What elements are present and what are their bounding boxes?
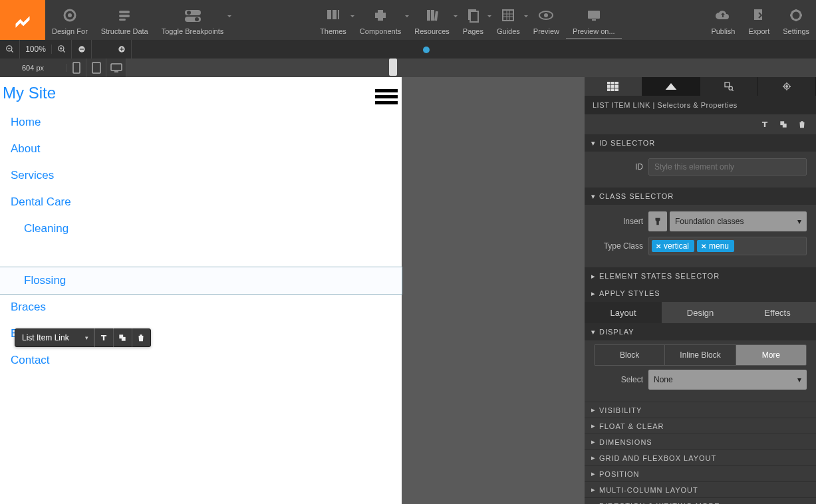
- display-block[interactable]: Block: [595, 345, 664, 365]
- breakpoint-marker[interactable]: [423, 47, 430, 53]
- section-element-states[interactable]: ▸ELEMENT STATES SELECTOR: [585, 267, 816, 285]
- inspector-tab-grid[interactable]: [585, 77, 642, 96]
- accord-float[interactable]: ▸FLOAT & CLEAR: [585, 418, 816, 434]
- nav-flossing[interactable]: Flossing: [0, 267, 402, 294]
- svg-rect-21: [592, 19, 596, 21]
- preview-on-button[interactable]: Preview on...: [566, 2, 622, 39]
- settings-button[interactable]: Settings: [776, 2, 816, 38]
- width-handle[interactable]: [389, 59, 397, 76]
- breakpoint-ruler[interactable]: [132, 40, 816, 59]
- text-style-icon[interactable]: [760, 120, 769, 129]
- app-logo[interactable]: [0, 0, 45, 40]
- section-id-selector[interactable]: ▾ID SELECTOR: [585, 134, 816, 152]
- device-tablet-button[interactable]: [86, 59, 106, 77]
- width-ruler[interactable]: [126, 59, 816, 77]
- nav-braces[interactable]: Braces: [0, 294, 402, 320]
- display-more[interactable]: More: [736, 345, 806, 365]
- type-class-chips[interactable]: ✕vertical ✕menu: [648, 237, 807, 255]
- nav-services[interactable]: Services: [0, 162, 402, 189]
- svg-rect-51: [783, 124, 787, 128]
- publish-button[interactable]: Publish: [704, 2, 742, 38]
- stack-icon: [116, 7, 132, 23]
- design-canvas[interactable]: My Site Home About Services Dental Care …: [0, 77, 402, 504]
- puzzle-icon: [372, 7, 388, 23]
- accord-direction[interactable]: ▸DIRECTION & WRITING MODE: [585, 497, 816, 504]
- tab-effects[interactable]: Effects: [739, 302, 816, 323]
- foundation-classes-select[interactable]: Foundation classes▾: [670, 211, 807, 231]
- device-phone-button[interactable]: [67, 59, 86, 77]
- section-display[interactable]: ▾DISPLAY: [585, 323, 816, 340]
- svg-rect-36: [122, 337, 126, 341]
- accord-multicol[interactable]: ▸MULTI-COLUMN LAYOUT: [585, 481, 816, 497]
- section-class-selector[interactable]: ▾CLASS SELECTOR: [585, 188, 816, 205]
- svg-point-19: [544, 13, 548, 17]
- svg-rect-43: [607, 88, 611, 91]
- nav-cleaning[interactable]: Cleaning: [0, 215, 402, 242]
- zoom-in-button[interactable]: [52, 40, 72, 59]
- chip-vertical[interactable]: ✕vertical: [652, 240, 694, 252]
- display-options: Block Inline Block More: [594, 344, 807, 366]
- display-select[interactable]: None▾: [648, 370, 807, 390]
- toggle-breakpoints-button[interactable]: Toggle Breakpoints: [155, 2, 231, 38]
- selected-element[interactable]: Flossing: [0, 267, 402, 294]
- nav-dental-care[interactable]: Dental Care: [0, 189, 402, 215]
- id-input[interactable]: [648, 158, 807, 176]
- mini-edit-text-button[interactable]: [94, 328, 113, 347]
- chip-menu[interactable]: ✕menu: [697, 240, 734, 252]
- section-apply-styles[interactable]: ▸APPLY STYLES: [585, 285, 816, 302]
- brush-icon: [325, 7, 341, 23]
- canvas-wrap: My Site Home About Services Dental Care …: [0, 77, 585, 504]
- mini-toolbar-label[interactable]: List Item Link: [15, 329, 94, 346]
- style-tabs: Layout Design Effects: [585, 302, 816, 323]
- structure-data-button[interactable]: Structure Data: [94, 2, 155, 38]
- svg-rect-40: [607, 85, 611, 88]
- guides-button[interactable]: Guides: [490, 2, 527, 38]
- accord-position[interactable]: ▸POSITION: [585, 465, 816, 481]
- nav-home[interactable]: Home: [0, 109, 402, 136]
- inspector-tab-inspect[interactable]: [700, 77, 758, 96]
- inspector-tab-settings[interactable]: [758, 77, 816, 96]
- svg-rect-31: [121, 47, 122, 51]
- inspector-tab-style[interactable]: [642, 77, 700, 96]
- svg-rect-37: [607, 82, 611, 84]
- insert-stamp-button[interactable]: [648, 211, 667, 231]
- components-button[interactable]: Components: [353, 2, 408, 38]
- svg-rect-20: [588, 11, 600, 19]
- themes-button[interactable]: Themes: [313, 2, 353, 38]
- nav-about[interactable]: About: [0, 136, 402, 162]
- chip-remove-icon[interactable]: ✕: [701, 243, 706, 250]
- duplicate-icon[interactable]: [779, 120, 788, 129]
- mini-duplicate-button[interactable]: [113, 328, 132, 347]
- zoom-value: 100%: [20, 45, 52, 54]
- zoom-fit-in-button[interactable]: [112, 40, 132, 59]
- resources-label: Resources: [414, 27, 450, 35]
- svg-point-24: [795, 14, 797, 17]
- target-icon: [62, 7, 78, 23]
- tab-layout[interactable]: Layout: [585, 302, 662, 323]
- zoom-out-button[interactable]: [0, 40, 20, 59]
- zoom-fit-out-button[interactable]: [72, 40, 92, 59]
- trash-icon[interactable]: [797, 120, 807, 129]
- chip-remove-icon[interactable]: ✕: [656, 243, 661, 250]
- toggle-icon: [184, 7, 202, 23]
- pages-button[interactable]: Pages: [456, 2, 490, 38]
- resources-button[interactable]: Resources: [408, 2, 456, 38]
- preview-on-label: Preview on...: [573, 27, 615, 35]
- hamburger-icon[interactable]: [375, 89, 398, 104]
- design-for-button[interactable]: Design For: [45, 2, 94, 38]
- preview-button[interactable]: Preview: [527, 2, 566, 38]
- site-title[interactable]: My Site: [0, 77, 402, 109]
- tab-design[interactable]: Design: [662, 302, 739, 323]
- accord-visibility[interactable]: ▸VISIBILITY: [585, 402, 816, 418]
- nav-contact[interactable]: Contact: [0, 347, 402, 374]
- guides-label: Guides: [497, 27, 520, 35]
- svg-rect-3: [119, 15, 130, 17]
- element-mini-toolbar[interactable]: List Item Link: [15, 328, 151, 347]
- accord-grid-flex[interactable]: ▸GRID AND FLEXBOX LAYOUT: [585, 449, 816, 465]
- display-inline-block[interactable]: Inline Block: [664, 345, 735, 365]
- accord-dimensions[interactable]: ▸DIMENSIONS: [585, 434, 816, 449]
- mini-delete-button[interactable]: [132, 328, 150, 347]
- export-button[interactable]: Export: [742, 2, 776, 38]
- svg-rect-16: [470, 11, 478, 22]
- device-desktop-button[interactable]: [106, 59, 126, 77]
